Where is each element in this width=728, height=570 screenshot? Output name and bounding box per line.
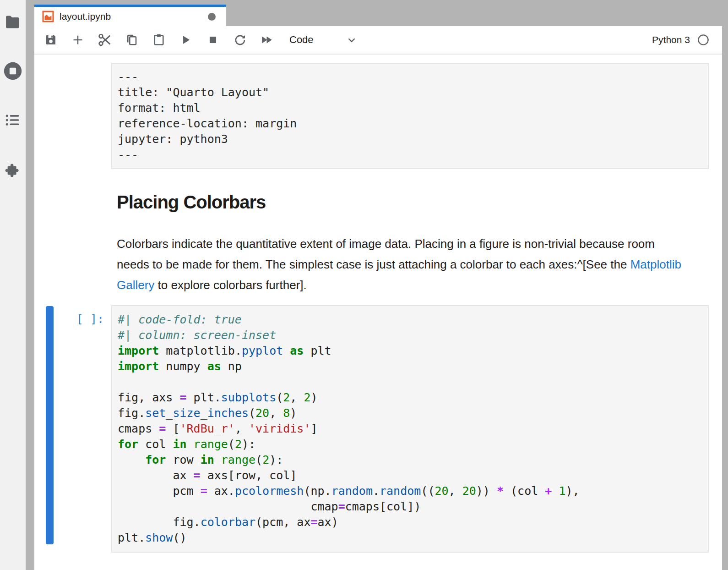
markdown-paragraph: Colorbars indicate the quantitative exte… <box>117 234 689 296</box>
unsaved-changes-dot[interactable] <box>208 13 216 21</box>
left-sidebar <box>0 0 26 570</box>
notebook-icon <box>42 10 54 23</box>
paste-cells-button[interactable] <box>152 33 166 47</box>
paragraph-text-before-link: Colorbars indicate the quantitative exte… <box>117 237 655 271</box>
kernel-name: Python 3 <box>652 34 690 45</box>
cut-cells-button[interactable] <box>98 33 112 47</box>
sidebar-item-file-browser[interactable] <box>0 15 26 29</box>
paste-icon <box>152 33 166 47</box>
execution-prompt: [ ]: <box>34 312 104 326</box>
interrupt-kernel-button[interactable] <box>206 33 220 47</box>
tab-layout-ipynb[interactable]: layout.ipynb <box>34 5 226 26</box>
puzzle-icon <box>4 162 22 179</box>
run-icon <box>180 34 192 46</box>
run-all-icon <box>259 34 275 46</box>
code-cell-editor[interactable]: #| code-fold: true#| column: screen-inse… <box>111 305 709 553</box>
sidebar-item-extensions[interactable] <box>0 162 26 179</box>
tab-bar: layout.ipynb <box>34 0 722 26</box>
notebook-toolbar: Code Python 3 <box>34 26 722 55</box>
sidebar-divider <box>26 0 34 570</box>
kernel-indicator[interactable]: Python 3 <box>652 34 722 46</box>
raw-cell-editor[interactable]: ---title: "Quarto Layout"format: htmlref… <box>111 63 709 169</box>
code-cell: [ ]: #| code-fold: true#| column: screen… <box>111 305 709 553</box>
code-cell-lines: #| code-fold: true#| column: screen-inse… <box>118 312 702 546</box>
notebook-content: ---title: "Quarto Layout"format: htmlref… <box>34 63 722 553</box>
folder-icon <box>5 15 21 29</box>
stop-icon <box>207 34 219 46</box>
cell-type-value: Code <box>289 34 314 46</box>
raw-cell-lines: ---title: "Quarto Layout"format: htmlref… <box>118 69 702 163</box>
copy-cells-button[interactable] <box>125 33 139 47</box>
restart-kernel-button[interactable] <box>233 33 247 47</box>
sidebar-item-running[interactable] <box>0 61 26 81</box>
sidebar-item-table-of-contents[interactable] <box>0 113 26 127</box>
cell-type-dropdown[interactable]: Code <box>289 34 358 46</box>
paragraph-text-after-link: to explore colorbars further]. <box>154 278 306 292</box>
kernel-idle-circle-icon <box>697 34 709 46</box>
tab-title: layout.ipynb <box>60 11 111 22</box>
add-cell-button[interactable] <box>71 33 85 47</box>
save-button[interactable] <box>43 33 58 47</box>
cell-collapser-bar[interactable] <box>46 306 54 544</box>
plus-icon <box>71 33 85 47</box>
stop-circle-icon <box>3 61 23 81</box>
scissors-icon <box>98 33 112 47</box>
main-area: layout.ipynb <box>34 0 722 570</box>
window-right-edge <box>722 0 728 570</box>
save-icon <box>44 33 58 47</box>
list-icon <box>5 113 21 127</box>
copy-icon <box>125 33 139 47</box>
markdown-cell: Placing Colorbars Colorbars indicate the… <box>111 192 709 296</box>
restart-run-all-button[interactable] <box>260 33 274 47</box>
run-cell-button[interactable] <box>179 33 193 47</box>
markdown-heading: Placing Colorbars <box>117 192 709 213</box>
chevron-down-icon <box>346 34 358 46</box>
restart-icon <box>233 33 247 47</box>
